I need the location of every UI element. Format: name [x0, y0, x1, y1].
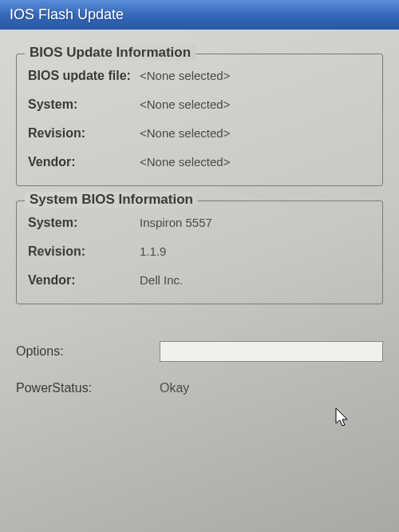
system-bios-info-legend: System BIOS Information: [25, 192, 198, 208]
update-revision-row: Revision: <None selected>: [28, 126, 371, 141]
system-label: System:: [28, 216, 132, 230]
revision-value: 1.1.9: [132, 244, 166, 258]
update-revision-label: Revision:: [28, 126, 132, 141]
revision-row: Revision: 1.1.9: [28, 244, 371, 259]
update-file-label: BIOS update file:: [28, 69, 132, 83]
system-row: System: Inspiron 5557: [28, 216, 371, 230]
window-title: IOS Flash Update: [10, 6, 124, 22]
bios-update-info-group: BIOS Update Information BIOS update file…: [16, 54, 383, 186]
bios-update-info-legend: BIOS Update Information: [25, 45, 196, 61]
window-title-bar: IOS Flash Update: [0, 0, 399, 30]
vendor-label: Vendor:: [28, 273, 132, 288]
revision-label: Revision:: [28, 244, 132, 259]
options-row: Options:: [16, 341, 383, 362]
power-status-value: Okay: [160, 381, 189, 395]
system-value: Inspiron 5557: [132, 216, 212, 229]
vendor-value: Dell Inc.: [132, 273, 183, 287]
power-status-row: PowerStatus: Okay: [16, 381, 383, 395]
options-input[interactable]: [160, 341, 383, 362]
vendor-row: Vendor: Dell Inc.: [28, 273, 371, 288]
update-file-row: BIOS update file: <None selected>: [28, 69, 371, 83]
update-vendor-row: Vendor: <None selected>: [28, 155, 371, 169]
update-system-row: System: <None selected>: [28, 97, 371, 112]
update-system-value: <None selected>: [132, 97, 230, 111]
update-file-value[interactable]: <None selected>: [132, 69, 230, 82]
options-label: Options:: [16, 344, 160, 359]
power-status-label: PowerStatus:: [16, 381, 160, 395]
update-vendor-value: <None selected>: [132, 155, 230, 169]
dialog-content: BIOS Update Information BIOS update file…: [0, 30, 399, 335]
update-vendor-label: Vendor:: [28, 155, 132, 169]
system-bios-info-group: System BIOS Information System: Inspiron…: [16, 200, 383, 304]
footer-area: Options: PowerStatus: Okay: [0, 335, 399, 421]
update-revision-value: <None selected>: [132, 126, 230, 140]
update-system-label: System:: [28, 97, 132, 112]
